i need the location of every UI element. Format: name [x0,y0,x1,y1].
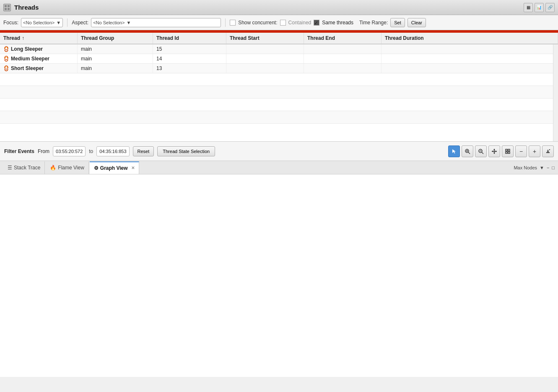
col-thread-end[interactable]: Thread End [304,33,382,44]
focus-select[interactable]: <No Selection> ▼ [21,18,63,27]
svg-marker-24 [492,151,493,152]
col-thread-duration[interactable]: Thread Duration [382,33,558,44]
tabs-right: Max Nodes ▼ − □ [514,165,555,170]
app-icon [3,4,11,11]
main-toolbar: Focus: <No Selection> ▼ Aspect: <No Sele… [0,15,558,30]
svg-rect-29 [508,152,510,153]
clear-button[interactable]: Clear [407,18,426,27]
table-row[interactable]: Long Sleeper main 15 [0,44,558,54]
tabs-left: ☰ Stack Trace 🔥 Flame View ⚙ Graph View … [3,161,139,174]
graph-view-icon: ⚙ [94,165,99,171]
svg-point-11 [5,67,6,67]
svg-rect-28 [506,152,507,153]
svg-point-7 [5,56,8,60]
col-end-label: Thread End [307,35,335,41]
graph-area[interactable]: 406020406020203010203010void java.lang.T… [0,174,558,377]
svg-point-8 [5,57,6,58]
to-time-value: 04:35:16:853 [99,149,126,154]
cell-group-2: main [78,64,153,73]
link-icon-btn[interactable]: 🔗 [545,3,555,12]
col-thread-id[interactable]: Thread Id [153,33,226,44]
app-title: Threads [14,4,39,11]
tab-stack-trace-label: Stack Trace [14,165,40,171]
graph-svg: 406020406020203010203010void java.lang.T… [0,174,558,363]
tab-close-icon[interactable]: ✕ [131,166,135,170]
to-label: to [89,148,93,154]
cell-thread-2: Short Sleeper [0,64,78,73]
col-start-label: Thread Start [230,35,260,41]
cell-duration-0 [382,44,558,54]
svg-marker-25 [496,151,497,152]
title-buttons: ▦ 📊 🔗 [524,3,555,12]
table-row[interactable]: Short Sleeper main 13 [0,64,558,73]
thread-state-selection-button[interactable]: Thread State Selection [157,146,215,156]
from-time-value: 03:55:20:572 [56,149,83,154]
cell-id-0: 15 [153,44,226,54]
aspect-select[interactable]: <No Selection> ▼ [91,18,221,27]
col-thread-start[interactable]: Thread Start [226,33,304,44]
col-group-label: Thread Group [81,35,114,41]
cell-end-2 [304,64,382,73]
show-concurrent-label: Show concurrent: [238,20,277,26]
max-nodes-dropdown-arrow[interactable]: ▼ [540,165,544,170]
table-row-empty [0,99,558,111]
svg-rect-27 [508,149,510,151]
col-thread-group[interactable]: Thread Group [78,33,153,44]
svg-rect-0 [5,5,7,7]
contained-checkbox[interactable] [280,20,286,26]
tab-flame-view[interactable]: 🔥 Flame View [46,161,88,174]
max-nodes-label: Max Nodes [514,165,537,170]
from-label: From [38,148,49,154]
svg-marker-22 [493,149,495,150]
from-time-input[interactable]: 03:55:20:572 [53,146,86,156]
cell-id-2: 13 [153,64,226,73]
aspect-label: Aspect: [72,20,88,26]
zoom-in-button[interactable] [462,145,473,157]
pan-button[interactable] [488,145,500,157]
export-button[interactable] [542,145,554,157]
tab-graph-view[interactable]: ⚙ Graph View ✕ [90,161,139,174]
cell-thread-0: Long Sleeper [0,44,78,54]
svg-point-4 [5,47,8,50]
maximize-icon[interactable]: □ [552,165,555,170]
cell-start-0 [226,44,304,54]
set-button[interactable]: Set [390,18,405,27]
cell-duration-1 [382,54,558,63]
tab-stack-trace[interactable]: ☰ Stack Trace [3,161,45,174]
title-bar: Threads ▦ 📊 🔗 [0,0,558,15]
tab-flame-view-label: Flame View [58,165,84,171]
chart-icon-btn[interactable]: 📊 [535,3,544,12]
filter-bar: Filter Events From 03:55:20:572 to 04:35… [0,142,558,161]
cell-thread-1: Medium Sleeper [0,54,78,63]
zoom-out-button[interactable] [475,145,487,157]
minimize-icon[interactable]: − [547,165,549,170]
minus-button[interactable]: − [515,145,527,157]
table-row[interactable]: Medium Sleeper main 14 [0,54,558,64]
sort-asc-icon: ↑ [22,35,24,41]
show-concurrent-checkbox[interactable] [230,20,236,26]
aspect-select-value: <No Selection> [93,20,125,25]
cell-group-0: main [78,44,153,54]
separator-2 [225,18,226,27]
fit-button[interactable] [502,145,514,157]
col-thread[interactable]: Thread ↑ [0,33,78,44]
cursor-tool-button[interactable] [448,145,460,157]
col-id-label: Thread Id [156,35,179,41]
svg-rect-3 [8,8,10,10]
grid-icon-btn[interactable]: ▦ [524,3,533,12]
tab-graph-view-label: Graph View [100,165,128,171]
threads-table-container: Thread ↑ Thread Group Thread Id Thread S… [0,33,558,142]
plus-button[interactable]: + [529,145,540,157]
thread-icon-1 [3,56,9,62]
time-range-label: Time Range: [359,20,388,26]
svg-rect-1 [8,5,10,7]
cell-end-0 [304,44,382,54]
tabs-bar: ☰ Stack Trace 🔥 Flame View ⚙ Graph View … [0,161,558,174]
to-time-input[interactable]: 04:35:16:853 [96,146,129,156]
same-threads-checkbox[interactable]: ✓ [314,20,319,26]
cell-group-1: main [78,54,153,63]
reset-button[interactable]: Reset [133,146,154,156]
svg-point-12 [7,67,8,67]
svg-line-14 [468,152,470,154]
cell-duration-2 [382,64,558,73]
